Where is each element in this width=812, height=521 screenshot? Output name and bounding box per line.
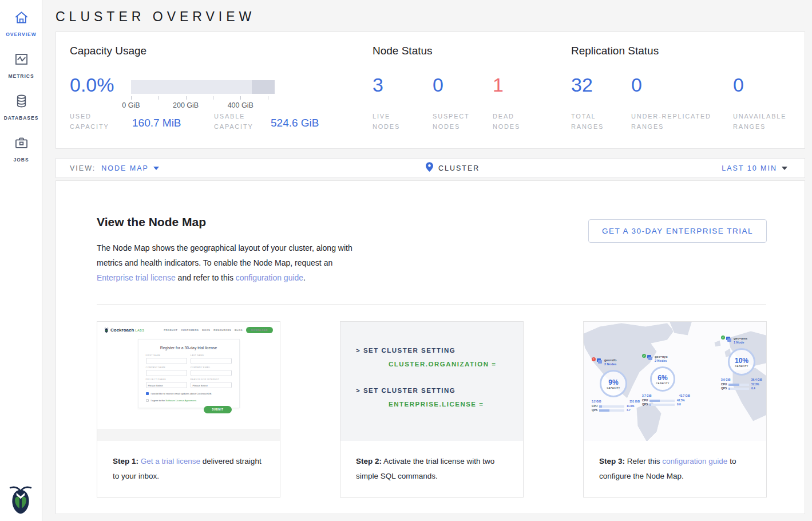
step2-caption: Step 2: Activate the trial license with … — [340, 441, 523, 484]
step1-card: Cockroach LABS PRODUCT CUSTOMERS DOCS RE… — [97, 321, 280, 498]
mini-checkbox-checked — [146, 392, 149, 395]
steps-row: Cockroach LABS PRODUCT CUSTOMERS DOCS RE… — [97, 321, 767, 498]
location-pin-icon — [426, 162, 438, 174]
capacity-usage-title: Capacity Usage — [70, 45, 146, 57]
mini-site-footer — [97, 429, 280, 441]
cluster-breadcrumb: CLUSTER — [426, 162, 480, 174]
dead-nodes-count: 1 — [493, 73, 504, 96]
view-value[interactable]: NODE MAP — [101, 164, 149, 172]
nodes-cube-icon — [597, 358, 602, 364]
mini-first-name-field — [146, 358, 187, 364]
get-enterprise-trial-button[interactable]: GET A 30-DAY ENTERPRISE TRIAL — [588, 219, 767, 243]
step1-screenshot: Cockroach LABS PRODUCT CUSTOMERS DOCS RE… — [97, 322, 280, 441]
sidebar-item-label: OVERVIEW — [6, 31, 37, 37]
capacity-gauge: 9% CAPACITY — [600, 370, 627, 397]
configuration-guide-link[interactable]: configuration guide — [236, 273, 303, 282]
usable-capacity-value: 524.6 GiB — [271, 117, 319, 129]
unavailable-ranges-label: UNAVAILABLERANGES — [733, 111, 786, 132]
used-capacity-label: USEDCAPACITY — [70, 111, 109, 132]
sidebar-item-label: METRICS — [8, 73, 34, 79]
get-trial-license-link[interactable]: Get a trial license — [141, 457, 200, 465]
locality-sfo: ! geo=sfo 2 Nodes 9% CAPACITY — [592, 358, 640, 413]
axis-tick-label: 0 GiB — [122, 101, 140, 109]
step1-caption: Step 1: Get a trial license delivered st… — [97, 441, 280, 484]
sidebar-item-databases[interactable]: DATABASES — [0, 93, 42, 121]
suspect-nodes-count: 0 — [433, 73, 443, 96]
nodes-cube-icon — [647, 355, 652, 360]
axis-tick-label: 400 GiB — [228, 101, 253, 109]
replication-status-title: Replication Status — [571, 45, 659, 57]
suspect-nodes-label: SUSPECTNODES — [433, 111, 470, 132]
step2-sql-snippet: > SET CLUSTER SETTING CLUSTER.ORGANIZATI… — [340, 322, 523, 441]
enterprise-trial-license-link[interactable]: Enterprise trial license — [97, 273, 176, 282]
sidebar-item-jobs[interactable]: JOBS — [0, 135, 42, 163]
total-ranges-count: 32 — [571, 73, 593, 96]
view-selector[interactable]: VIEW: NODE MAP — [56, 164, 159, 172]
mini-reason-select: Please Select — [191, 382, 232, 388]
metrics-icon — [14, 52, 29, 69]
nodes-cube-icon — [726, 337, 731, 342]
ok-status-icon: ✓ — [642, 354, 646, 358]
configuration-guide-link[interactable]: configuration guide — [662, 457, 727, 465]
node-status-title: Node Status — [373, 45, 433, 57]
locality-nyc: ✓ geo=nyc 2 Nodes 6% CAPACITY — [642, 355, 690, 407]
mini-company-name-field — [146, 370, 187, 376]
dead-nodes-label: DEADNODES — [493, 111, 520, 132]
capacity-gauge: 10% CAPACITY — [728, 348, 755, 376]
mini-company-email-field — [191, 370, 232, 376]
step3-node-map-preview: ! geo=sfo 2 Nodes 9% CAPACITY — [584, 322, 766, 441]
promo-description: The Node Map shows the geographical layo… — [97, 240, 367, 285]
mini-checkbox-empty — [146, 399, 149, 402]
view-bar: VIEW: NODE MAP CLUSTER LAST 10 MIN — [56, 158, 805, 178]
cluster-label: CLUSTER — [438, 164, 480, 172]
sidebar-item-label: DATABASES — [4, 115, 39, 121]
used-capacity-value: 160.7 MiB — [132, 117, 181, 129]
step3-caption: Step 3: Refer this configuration guide t… — [584, 441, 766, 484]
capacity-axis: 0 GiB 200 GiB 400 GiB — [131, 96, 275, 111]
node-map-promo-card: View the Node Map The Node Map shows the… — [56, 180, 805, 514]
time-range-selector[interactable]: LAST 10 MIN — [722, 164, 787, 172]
capacity-used-percent: 0.0% — [70, 73, 114, 96]
chevron-down-icon[interactable] — [782, 167, 787, 170]
capacity-bar — [131, 80, 275, 94]
error-status-icon: ! — [592, 357, 596, 361]
home-icon — [14, 10, 29, 27]
mini-last-name-field — [191, 358, 232, 364]
under-replicated-ranges-count: 0 — [631, 73, 642, 96]
mini-cockroach-logo: Cockroach LABS — [104, 327, 144, 333]
mini-download-button: DOWNLOAD — [246, 327, 273, 333]
live-nodes-count: 3 — [373, 73, 383, 96]
time-range-value[interactable]: LAST 10 MIN — [722, 164, 777, 172]
cockroachdb-logo — [7, 483, 34, 515]
page-title: CLUSTER OVERVIEW — [42, 0, 812, 25]
divider — [97, 304, 766, 305]
locality-ams: ✓ geo=ams 1 Node 10% CAPACITY — [721, 337, 762, 391]
mini-form-title: Register for a 30-day trial license — [146, 346, 232, 350]
usable-capacity-label: USABLECAPACITY — [214, 111, 253, 132]
database-icon — [14, 93, 29, 111]
mini-trial-form: Register for a 30-day trial license FIRS… — [138, 339, 240, 408]
chevron-down-icon[interactable] — [153, 167, 159, 170]
promo-title: View the Node Map — [97, 215, 206, 229]
mini-site-nav: PRODUCT CUSTOMERS DOCS RESOURCES BLOG DO… — [160, 327, 273, 333]
sidebar-item-overview[interactable]: OVERVIEW — [0, 10, 42, 37]
capacity-bar-reserved-segment — [252, 80, 275, 94]
axis-tick-label: 200 GiB — [173, 101, 199, 109]
main-content: CLUSTER OVERVIEW Capacity Usage 0.0% 0 G… — [42, 0, 812, 521]
under-replicated-ranges-label: UNDER-REPLICATEDRANGES — [631, 111, 711, 132]
mini-project-phase-select: Please Select — [146, 382, 187, 388]
unavailable-ranges-count: 0 — [733, 73, 744, 96]
step3-card: ! geo=sfo 2 Nodes 9% CAPACITY — [583, 321, 767, 498]
capacity-gauge: 6% CAPACITY — [650, 366, 675, 392]
sidebar-item-metrics[interactable]: METRICS — [0, 52, 42, 79]
sidebar: OVERVIEW METRICS DATABASES — [0, 0, 42, 521]
mini-submit-button: SUBMIT — [204, 406, 231, 413]
step2-card: > SET CLUSTER SETTING CLUSTER.ORGANIZATI… — [340, 321, 524, 498]
sidebar-item-label: JOBS — [13, 157, 29, 163]
view-label: VIEW: — [70, 164, 96, 172]
briefcase-icon — [14, 135, 29, 153]
cluster-summary-card: Capacity Usage 0.0% 0 GiB 200 GiB 400 Gi… — [56, 31, 805, 149]
cockroachdb-admin-ui: OVERVIEW METRICS DATABASES — [0, 0, 812, 521]
ok-status-icon: ✓ — [721, 336, 725, 340]
total-ranges-label: TOTALRANGES — [571, 111, 604, 132]
